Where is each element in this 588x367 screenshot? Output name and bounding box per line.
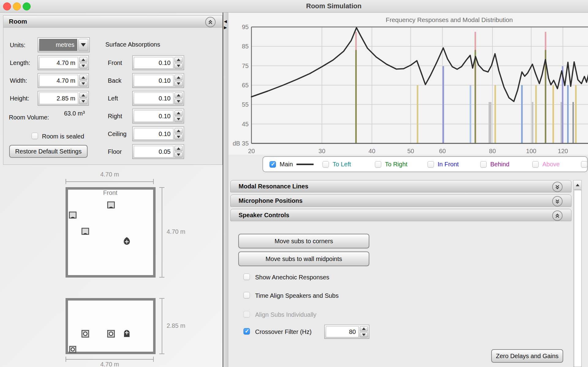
triangle-up-icon	[177, 59, 180, 61]
frequency-response-chart[interactable]: Frequency Responses and Modal Distributi…	[228, 13, 588, 155]
subwoofer-icon[interactable]	[69, 346, 77, 353]
legend-checkbox-in-front[interactable]	[428, 161, 434, 168]
absorption-back-decrement-button[interactable]	[175, 81, 183, 87]
time-align-checkbox[interactable]	[243, 292, 250, 298]
height-decrement-button[interactable]	[79, 99, 87, 104]
units-dropdown-value[interactable]: metres	[39, 39, 77, 51]
absorption-front-increment-button[interactable]	[175, 57, 183, 62]
absorption-left-increment-button[interactable]	[175, 93, 183, 98]
absorption-left-decrement-button[interactable]	[175, 99, 183, 104]
surface-absorptions-header: Surface Absorptions	[105, 41, 160, 48]
zoom-window-button[interactable]	[23, 2, 31, 10]
absorption-ceiling-input[interactable]: 0.10	[134, 128, 173, 140]
crossover-decrement-button[interactable]	[360, 332, 368, 338]
front-view-width-dimension: 4.70 m	[66, 361, 154, 367]
legend-checkbox-main[interactable]	[270, 161, 276, 168]
crossover-increment-button[interactable]	[360, 326, 368, 331]
absorption-back-increment-button[interactable]	[175, 75, 183, 80]
subwoofer-icon[interactable]	[81, 330, 89, 338]
section-speaker-controls[interactable]: Speaker Controls	[230, 209, 571, 221]
section-title: Speaker Controls	[239, 212, 289, 219]
absorption-back-label: Back	[108, 77, 121, 84]
absorption-front-decrement-button[interactable]	[175, 63, 183, 69]
crossover-filter-checkbox[interactable]	[243, 328, 250, 335]
height-increment-button[interactable]	[79, 93, 87, 98]
absorption-front-input[interactable]: 0.10	[134, 57, 173, 69]
zero-delays-gains-button[interactable]: Zero Delays and Gains	[491, 349, 563, 363]
move-subs-midpoints-button[interactable]: Move subs to wall midpoints	[238, 252, 369, 266]
height-spinner: 2.85 m	[38, 91, 89, 106]
panel-splitter[interactable]: ◀ ▶	[223, 13, 229, 367]
scrollbar-thumb[interactable]	[574, 190, 582, 367]
speaker-icon[interactable]	[81, 227, 89, 236]
triangle-down-icon	[177, 153, 180, 156]
show-anechoic-checkbox[interactable]	[243, 274, 250, 280]
show-anechoic-label: Show Anechoic Responses	[255, 274, 329, 281]
absorption-floor-input[interactable]: 0.05	[134, 146, 173, 157]
chart-legend: MainTo LeftTo RightIn FrontBehindAbove	[262, 156, 588, 172]
chevron-up-double-icon	[208, 20, 213, 25]
legend-checkbox-to-right[interactable]	[375, 161, 381, 168]
width-decrement-button[interactable]	[79, 81, 87, 87]
room-panel-header[interactable]: Room	[3, 16, 222, 28]
close-window-button[interactable]	[3, 2, 11, 10]
legend-label: Above	[542, 161, 560, 168]
crossover-frequency-spinner: 80	[324, 325, 369, 339]
absorption-floor-increment-button[interactable]	[175, 146, 183, 151]
absorption-right-input[interactable]: 0.10	[134, 110, 173, 122]
length-increment-button[interactable]	[79, 57, 87, 62]
subwoofer-icon[interactable]	[107, 330, 115, 338]
vertical-scrollbar[interactable]	[573, 180, 582, 367]
svg-text:60: 60	[439, 148, 446, 154]
units-dropdown-arrow-button[interactable]	[78, 39, 88, 51]
restore-defaults-button[interactable]: Restore Default Settings	[9, 145, 88, 158]
width-input[interactable]: 4.70 m	[39, 75, 78, 86]
legend-item: Behind	[480, 157, 509, 172]
absorption-ceiling-increment-button[interactable]	[175, 128, 183, 134]
absorption-front-spinner: 0.10	[132, 55, 184, 70]
units-dropdown[interactable]: metres	[38, 37, 90, 52]
collapse-right-arrow-icon[interactable]: ▶	[224, 25, 227, 29]
absorption-floor-decrement-button[interactable]	[175, 152, 183, 158]
speaker-icon[interactable]	[69, 211, 77, 219]
legend-checkbox-to-left[interactable]	[322, 161, 329, 168]
legend-checkbox-behind[interactable]	[480, 161, 487, 168]
length-input[interactable]: 4.70 m	[39, 57, 78, 69]
listener-icon[interactable]	[123, 236, 131, 246]
speaker-icon[interactable]	[107, 201, 115, 209]
legend-item: Main	[270, 157, 314, 172]
svg-text:100: 100	[526, 148, 536, 154]
expand-microphone-section-button[interactable]	[552, 196, 563, 206]
scroll-up-button[interactable]	[574, 180, 581, 190]
triangle-down-icon	[177, 118, 180, 120]
absorption-right-increment-button[interactable]	[175, 110, 183, 116]
height-input[interactable]: 2.85 m	[39, 93, 78, 104]
legend-item	[581, 157, 587, 172]
expand-modal-section-button[interactable]	[552, 182, 563, 192]
width-increment-button[interactable]	[79, 75, 87, 80]
absorption-ceiling-decrement-button[interactable]	[175, 134, 183, 140]
move-subs-corners-button[interactable]: Move subs to corners	[238, 234, 369, 248]
front-wall-label: Front	[68, 189, 153, 196]
collapse-speaker-section-button[interactable]	[552, 210, 563, 221]
absorption-right-decrement-button[interactable]	[175, 117, 183, 122]
legend-checkbox-above[interactable]	[532, 161, 539, 168]
legend-checkbox-extra[interactable]	[581, 161, 587, 168]
crossover-frequency-input[interactable]: 80	[326, 326, 359, 337]
svg-text:40: 40	[368, 148, 375, 154]
minimize-window-button[interactable]	[13, 2, 21, 10]
absorption-left-input[interactable]: 0.10	[134, 93, 173, 104]
svg-text:65: 65	[242, 82, 249, 89]
svg-text:55: 55	[242, 101, 249, 108]
section-microphone-positions[interactable]: Microphone Positions	[230, 195, 571, 207]
absorption-back-input[interactable]: 0.10	[134, 75, 173, 86]
length-decrement-button[interactable]	[79, 63, 87, 69]
room-sealed-checkbox[interactable]	[32, 133, 38, 139]
section-modal-resonance[interactable]: Modal Resonance Lines	[230, 180, 571, 192]
chevron-down-double-icon	[555, 184, 560, 190]
collapse-left-arrow-icon[interactable]: ◀	[224, 19, 227, 23]
legend-item: To Right	[375, 157, 407, 172]
svg-text:95: 95	[242, 24, 249, 30]
collapse-room-button[interactable]	[205, 17, 216, 27]
listener-front-icon[interactable]	[123, 329, 131, 338]
